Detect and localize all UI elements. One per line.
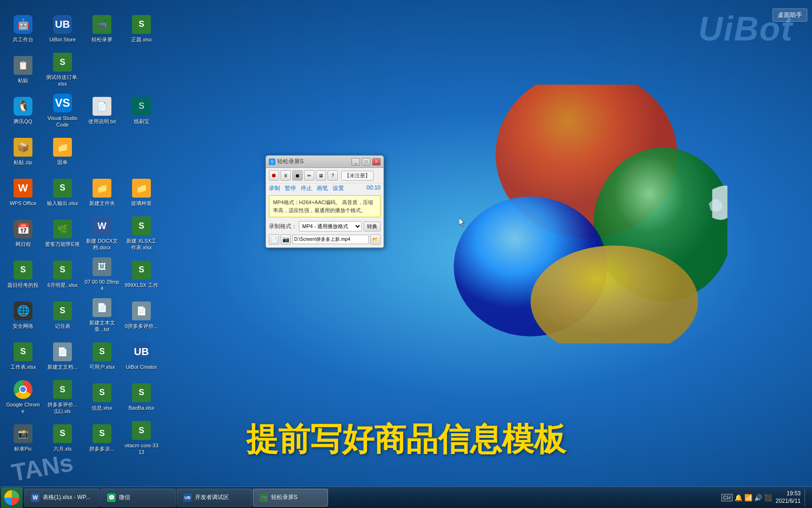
- volume-icon[interactable]: 🔊: [754, 494, 762, 501]
- icon-empty3: [83, 131, 121, 171]
- icon-wangluowang[interactable]: 🌐 安全网络: [4, 295, 42, 335]
- help-button[interactable]: ?: [328, 170, 338, 181]
- tans-overlay: TANs: [0, 439, 85, 486]
- icon-uibot-creator[interactable]: UB UiBot Creator: [122, 336, 161, 376]
- recorder-restore-btn[interactable]: □: [362, 158, 370, 166]
- icon-uibot-workspace[interactable]: 🤖 共工作台: [4, 8, 42, 48]
- icon-paste-zip[interactable]: 📦 粘贴.zip: [4, 131, 42, 171]
- taskbar-item-recorder[interactable]: 📹 轻松录屏S: [253, 489, 328, 507]
- recorder-nav: 录制 暂停 停止 画笔 设置 00:10: [266, 183, 383, 193]
- icon-test-pending[interactable]: S 测试待送订单.xlsx: [43, 49, 82, 89]
- icon-new-docx[interactable]: W 新建 DOCX文档.docx: [83, 213, 121, 253]
- format-label: 录制格式：: [269, 222, 297, 230]
- windows7-logo: [445, 85, 727, 343]
- file-open-button[interactable]: 📂: [370, 234, 381, 245]
- desktop: UiBot 桌面助手 🤖 共工作台 UB UiBot Store 📹 轻松录屏 …: [0, 0, 812, 508]
- tans-text: TANs: [9, 448, 75, 487]
- icon-paste[interactable]: 📋 粘贴: [4, 49, 42, 89]
- file-type-button[interactable]: 📄: [269, 234, 279, 245]
- icon-qq[interactable]: 🐧 腾讯QQ: [4, 90, 42, 130]
- system-tray: CH 🔔 📶 🔊 ⬛: [721, 494, 772, 501]
- taskbar-right: CH 🔔 📶 🔊 ⬛ 19:53 2021/6/11: [721, 489, 811, 507]
- icon-999xlsx[interactable]: S 999XLSX 工作: [122, 254, 161, 294]
- icon-pinduo-sheets[interactable]: S 拼多多评价...(以).xls: [43, 377, 82, 417]
- icon-empty2: [122, 49, 161, 89]
- nav-pen[interactable]: 画笔: [317, 184, 328, 192]
- icon-empty1: [83, 49, 121, 89]
- icon-new-xlsx2[interactable]: 📄 新建文本文章...txt: [83, 295, 121, 335]
- pause-button[interactable]: ⏸: [281, 170, 291, 181]
- icon-rilicheng[interactable]: 📅 网日程: [4, 213, 42, 253]
- icon-xinjianwen2[interactable]: 📄 新建文文档...: [43, 336, 82, 376]
- icon-gongzuobiao[interactable]: S 工作表.xlsx: [4, 336, 42, 376]
- taskbar-uibot-icon: UB: [183, 493, 192, 502]
- nav-stop[interactable]: 停止: [301, 184, 312, 192]
- taskbar-item-uibot-dev[interactable]: UB 开发者调试区: [177, 489, 252, 507]
- icon-196xlsx[interactable]: S 题目经考的投: [4, 254, 42, 294]
- icon-chrome[interactable]: Google Chrome: [4, 377, 42, 417]
- start-button[interactable]: [1, 487, 23, 508]
- nav-settings[interactable]: 设置: [333, 184, 344, 192]
- recorder-toolbar: ⏺ ⏸ ⏹ ✏ 🖥 ? 【未注册】: [266, 168, 383, 183]
- icon-xinjian-folder[interactable]: 📁 新建文件夹: [83, 172, 121, 212]
- icon-shuruchu[interactable]: S 输入输出.xlsx: [43, 172, 82, 212]
- convert-button[interactable]: 转换: [364, 222, 381, 231]
- taskbar-item-wps-excel[interactable]: W 表格(1).xlsx - WP...: [24, 489, 100, 507]
- unregistered-badge: 【未注册】: [341, 171, 374, 181]
- recorder-timer: 00:10: [367, 184, 381, 192]
- clock-time: 19:53: [776, 490, 801, 498]
- taskbar-clock[interactable]: 19:53 2021/6/11: [776, 490, 801, 505]
- taskbar-wechat-icon: 💬: [107, 493, 116, 502]
- icon-fanshu[interactable]: S 信息.xlsx: [83, 377, 121, 417]
- taskbar-wps-icon: W: [31, 493, 40, 502]
- stop-button[interactable]: ⏹: [292, 170, 303, 181]
- icon-wps-office[interactable]: W WPS Office: [4, 172, 42, 212]
- taskbar-recorder-label: 轻松录屏S: [271, 493, 297, 501]
- record-button[interactable]: ⏺: [269, 170, 279, 181]
- icon-gudan[interactable]: 📁 固单: [43, 131, 82, 171]
- icon-new-xlsx[interactable]: S 新建 XLSX工作表.xlsx: [122, 213, 161, 253]
- notification-area[interactable]: 🔔: [734, 494, 742, 501]
- icon-baobao[interactable]: S BaoBa.xlsx: [122, 377, 161, 417]
- icon-ruanjian[interactable]: S 记住表: [43, 295, 82, 335]
- clock-date: 2021/6/11: [776, 498, 801, 505]
- recorder-titlebar: S 轻松录屏S _ □ ×: [266, 156, 383, 168]
- show-desktop-btn[interactable]: [804, 489, 807, 507]
- taskbar-item-wechat[interactable]: 💬 微信: [101, 489, 176, 507]
- taskbar-wps-label: 表格(1).xlsx - WP...: [43, 493, 90, 501]
- camera-icon-btn[interactable]: 📷: [281, 234, 291, 245]
- pen-button[interactable]: ✏: [304, 170, 314, 181]
- icon-manual-txt[interactable]: 📄 使用说明.txt: [83, 90, 121, 130]
- ime-indicator[interactable]: CH: [721, 494, 733, 501]
- file-path-input[interactable]: [292, 235, 369, 244]
- taskbar-recorder-icon: 📹: [259, 493, 268, 502]
- nav-pause[interactable]: 暂停: [285, 184, 296, 192]
- icon-tuixue[interactable]: S 6月明星..xlsx: [43, 254, 82, 294]
- icon-screenshot29[interactable]: 🖼 07 00 00 29mp4: [83, 254, 121, 294]
- recorder-title: 轻松录屏S: [277, 158, 350, 166]
- screen-button[interactable]: 🖥: [316, 170, 326, 181]
- icon-easy-record[interactable]: 📹 轻松录屏: [83, 8, 121, 48]
- icon-biaoqian[interactable]: 📄 0拼多多评价...: [122, 295, 161, 335]
- icon-kejibiao[interactable]: S 可用户.xlsx: [83, 336, 121, 376]
- icon-vscode[interactable]: VS Visual Studio Code: [43, 90, 82, 130]
- taskbar-wechat-label: 微信: [119, 493, 130, 501]
- recorder-minimize-btn[interactable]: _: [351, 158, 360, 166]
- taskbar-uibot-label: 开发者调试区: [195, 493, 229, 501]
- icon-empty4: [122, 131, 161, 171]
- recorder-app-icon: S: [269, 159, 275, 165]
- recorder-format-row: 录制格式： MP4 - 通用播放格式 转换: [266, 219, 383, 233]
- nav-record[interactable]: 录制: [269, 184, 280, 192]
- taskbar: W 表格(1).xlsx - WP... 💬 微信 UB 开发者调试区 📹 轻松…: [0, 486, 812, 508]
- icon-linshubao[interactable]: S 线刷宝: [122, 90, 161, 130]
- desktop-icons-area: 🤖 共工作台 UB UiBot Store 📹 轻松录屏 S 正题.xlsx 📋…: [0, 5, 160, 409]
- recorder-window: S 轻松录屏S _ □ × ⏺ ⏸ ⏹ ✏ 🖥 ? 【未注册】 录制 暂停 停止…: [265, 155, 384, 248]
- icon-uibot-store[interactable]: UB UiBot Store: [43, 8, 82, 48]
- icon-aicms[interactable]: 🌿 爱客万能带E推: [43, 213, 82, 253]
- format-select[interactable]: MP4 - 通用播放格式: [299, 221, 362, 231]
- desktop-assistant-button[interactable]: 桌面助手: [773, 8, 807, 22]
- recorder-close-btn[interactable]: ×: [372, 158, 381, 166]
- subtitle-text: 提前写好商品信息模板: [0, 418, 812, 461]
- icon-excel-zhengji[interactable]: S 正题.xlsx: [122, 8, 161, 48]
- icon-boli[interactable]: 📁 玻璃种菜: [122, 172, 161, 212]
